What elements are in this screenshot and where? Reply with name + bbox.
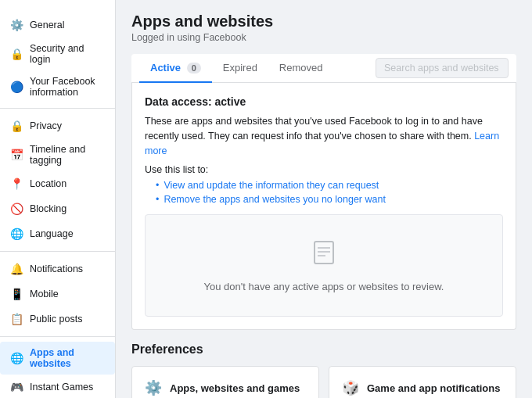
content-box: Data access: active These are apps and w… [131, 83, 516, 330]
pref-card-games[interactable]: 🎲 Game and app notifications [329, 366, 516, 398]
tab-expired[interactable]: Expired [212, 54, 268, 83]
sidebar-label: Public posts [30, 314, 82, 324]
sidebar-label: Privacy [30, 120, 62, 131]
sidebar-item-privacy[interactable]: 🔒Privacy [0, 113, 115, 138]
sidebar: ⚙️General🔒Security and login🔵Your Facebo… [0, 0, 116, 398]
apps-websites-icon: 🌐 [9, 351, 23, 365]
blocking-icon: 🚫 [9, 202, 23, 216]
games-label: Game and app notifications [367, 382, 500, 394]
sidebar-item-instant-games[interactable]: 🎮Instant Games [0, 375, 115, 398]
sidebar-item-location[interactable]: 📍Location [0, 171, 115, 196]
sidebar-item-language[interactable]: 🌐Language [0, 221, 115, 246]
apps-label: Apps, websites and games [170, 382, 300, 394]
sidebar-item-apps-websites[interactable]: 🌐Apps and websites [0, 342, 115, 375]
sidebar-divider [0, 108, 115, 109]
sidebar-label: General [30, 20, 64, 30]
mobile-icon: 📱 [9, 287, 23, 301]
main-content: Apps and websites Logged in using Facebo… [116, 0, 532, 398]
facebook-info-icon: 🔵 [9, 80, 23, 94]
security-icon: 🔒 [9, 47, 23, 61]
sidebar-label: Language [30, 228, 74, 239]
empty-icon [310, 238, 338, 273]
apps-icon: ⚙️ [145, 379, 162, 396]
location-icon: 📍 [9, 177, 23, 191]
tab-removed[interactable]: Removed [268, 54, 334, 83]
sidebar-label: Your Facebook information [30, 76, 107, 98]
list-item: Remove the apps and websites you no long… [156, 194, 503, 205]
search-container [376, 58, 509, 78]
pref-card-apps[interactable]: ⚙️ Apps, websites and games [131, 366, 319, 398]
sidebar-label: Instant Games [30, 382, 93, 393]
preferences-title: Preferences [131, 342, 516, 357]
list-item: View and update the information they can… [156, 180, 503, 191]
timeline-icon: 📅 [9, 148, 23, 162]
empty-text: You don't have any active apps or websit… [204, 281, 444, 292]
active-count: 0 [187, 63, 201, 74]
data-access-title: Data access: active [145, 95, 503, 108]
sidebar-item-mobile[interactable]: 📱Mobile [0, 281, 115, 307]
sidebar-label: Notifications [30, 264, 83, 274]
games-icon: 🎲 [342, 379, 359, 396]
general-icon: ⚙️ [9, 18, 23, 32]
public-posts-icon: 📋 [9, 312, 23, 326]
sidebar-section-account [0, 6, 115, 13]
sidebar-item-general[interactable]: ⚙️General [0, 13, 115, 38]
sidebar-item-timeline[interactable]: 📅Timeline and tagging [0, 138, 115, 171]
notifications-icon: 🔔 [9, 262, 23, 276]
sidebar-label: Security and login [30, 43, 107, 65]
sidebar-item-notifications[interactable]: 🔔Notifications [0, 256, 115, 281]
sidebar-label: Timeline and tagging [30, 144, 107, 166]
use-list: View and update the information they can… [145, 180, 503, 205]
use-list-label: Use this list to: [145, 164, 503, 175]
sidebar-divider [0, 251, 115, 252]
sidebar-label: Blocking [30, 203, 66, 214]
sidebar-item-facebook-info[interactable]: 🔵Your Facebook information [0, 70, 115, 103]
language-icon: 🌐 [9, 227, 23, 241]
data-access-desc: These are apps and websites that you've … [145, 114, 503, 158]
sidebar-item-public-posts[interactable]: 📋Public posts [0, 307, 115, 332]
preferences-cards: ⚙️ Apps, websites and games 🎲 Game and a… [131, 366, 516, 398]
sidebar-item-security[interactable]: 🔒Security and login [0, 38, 115, 70]
search-input[interactable] [376, 58, 509, 78]
svg-rect-0 [315, 242, 333, 264]
instant-games-icon: 🎮 [9, 380, 23, 394]
sidebar-item-blocking[interactable]: 🚫Blocking [0, 196, 115, 221]
empty-state: You don't have any active apps or websit… [145, 214, 503, 317]
page-subtitle: Logged in using Facebook [131, 32, 516, 43]
tabs-bar: Active 0 Expired Removed [131, 54, 516, 83]
tab-active[interactable]: Active 0 [139, 54, 212, 83]
sidebar-label: Mobile [30, 289, 59, 299]
sidebar-label: Location [30, 178, 66, 189]
sidebar-divider [0, 336, 115, 337]
privacy-icon: 🔒 [9, 119, 23, 133]
page-title: Apps and websites [131, 13, 516, 30]
sidebar-label: Apps and websites [30, 347, 107, 369]
